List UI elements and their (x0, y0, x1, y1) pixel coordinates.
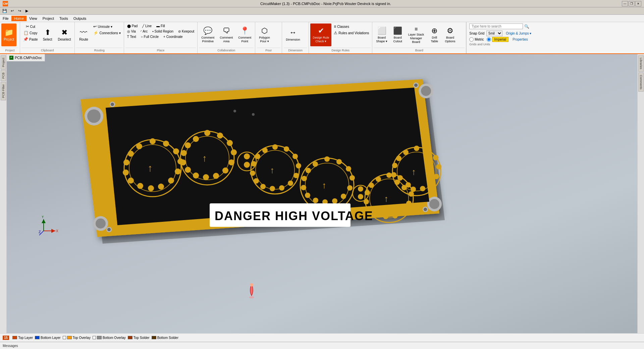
select-icon: ⬆ (45, 28, 51, 37)
layer-bottom-overlay[interactable]: Bottom Overlay (93, 336, 126, 340)
line-button[interactable]: ╱ Line (141, 23, 153, 29)
properties-link[interactable]: Properties (511, 37, 529, 42)
svg-point-78 (324, 156, 330, 162)
svg-point-74 (262, 148, 268, 153)
pcb-document-tab[interactable]: P PCB.CMPcbDoc (7, 54, 45, 61)
full-circle-button[interactable]: ○ Full Circle (139, 34, 160, 39)
ribbon-group-pour: ⬡ PolygonPour ▾ Pour (255, 22, 282, 53)
menu-home[interactable]: Home (11, 16, 26, 21)
canvas-area[interactable]: P PCB.CMPcbDoc Z X Y (7, 54, 637, 333)
restore-button[interactable]: ❐ (629, 1, 635, 6)
search-input[interactable] (469, 23, 523, 29)
minimize-button[interactable]: — (622, 1, 628, 6)
menu-bar: File Home View Project Tools Outputs (0, 15, 644, 22)
layer-top-solder[interactable]: Top Solder (128, 336, 150, 340)
via-button[interactable]: ◎ Via (125, 29, 138, 34)
design-rule-check-icon: ✔ (318, 27, 324, 35)
comment-point-button[interactable]: 📍 CommentPoint (236, 23, 254, 46)
copy-button[interactable]: 📋Copy (22, 30, 39, 36)
paste-button[interactable]: 📌Paste (21, 36, 40, 42)
metric-radio[interactable] (469, 37, 474, 42)
sidebar-item-pcb[interactable]: PCB (1, 70, 6, 81)
select-button[interactable]: ⬆ Select (40, 23, 55, 46)
select-label: Select (43, 38, 52, 42)
layer-bottom[interactable]: Bottom Layer (35, 336, 60, 340)
cut-button[interactable]: ✂Cut (24, 23, 37, 30)
connections-button[interactable]: ⚡Connections ▾ (92, 30, 122, 36)
layer-stack-manager-button[interactable]: ≡ Layer StackManagerBoard (406, 23, 427, 46)
arc-button[interactable]: ◜ Arc (139, 29, 149, 34)
coordinate-button[interactable]: + Coordinate (162, 34, 184, 39)
design-rule-check-button[interactable]: ✔ Design RuleCheck ▾ (310, 23, 331, 46)
svg-point-62 (284, 146, 289, 152)
save-button[interactable]: 💾 (1, 8, 8, 14)
fill-button[interactable]: ▬ Fill (155, 23, 167, 29)
layer-top-overlay[interactable]: Top Overlay (63, 336, 91, 340)
board-options-button[interactable]: ⚙ BoardOptions (442, 23, 458, 46)
imperial-option[interactable]: Imperial (487, 37, 509, 42)
place-group-label: Place (125, 48, 196, 53)
route-button[interactable]: 〰 Route (76, 23, 91, 46)
menu-tools[interactable]: Tools (57, 16, 71, 21)
svg-point-125 (391, 172, 396, 178)
sidebar-item-pcb-filter[interactable]: PCB Filter (1, 82, 6, 100)
menu-file[interactable]: File (0, 16, 11, 21)
svg-point-19 (107, 228, 111, 231)
app-logo: CM (3, 1, 8, 6)
comment-primitive-button[interactable]: 💬 CommentPrimitive (199, 23, 217, 46)
design-rules-group-label: Design Rules (310, 48, 371, 53)
svg-point-108 (364, 199, 369, 204)
svg-point-98 (386, 172, 392, 178)
solid-region-button[interactable]: ▪ Solid Region (151, 29, 175, 34)
pad-button[interactable]: ⬤ Pad (125, 23, 140, 29)
imperial-radio[interactable] (487, 37, 491, 42)
close-button[interactable]: ✕ (635, 1, 641, 6)
menu-project[interactable]: Project (40, 16, 57, 21)
menu-outputs[interactable]: Outputs (71, 16, 89, 21)
comment-area-label: CommentArea (220, 36, 233, 43)
ribbon-group-project: 📁 Project Project (0, 22, 20, 53)
run-button[interactable]: ▶ (23, 8, 30, 14)
redo-button[interactable]: ↪ (16, 8, 23, 14)
deselect-button[interactable]: ✖ Deselect (56, 23, 73, 46)
svg-point-28 (175, 168, 181, 174)
grids-units-label: Grids and Units (469, 43, 641, 46)
collaboration-group-label: Collaboration (199, 48, 254, 53)
svg-point-13 (429, 199, 439, 209)
origin-jumps-link[interactable]: Origin & Jumps ▾ (504, 31, 533, 36)
board-cutout-button[interactable]: ⬛ BoardCutout (390, 23, 405, 46)
unroute-button[interactable]: ↩Unroute ▾ (92, 23, 122, 30)
comment-primitive-label: CommentPrimitive (201, 36, 214, 43)
project-group-label: Project (1, 48, 18, 53)
sidebar-item-libraries[interactable]: Libraries (638, 55, 644, 72)
svg-text:X: X (56, 229, 58, 233)
dimension-label: Dimension (286, 38, 300, 42)
project-button[interactable]: 📁 Project (1, 23, 16, 46)
polygon-pour-button[interactable]: ⬡ PolygonPour ▾ (257, 23, 272, 46)
text-button[interactable]: T Text (125, 34, 138, 39)
layer-bottom-solder[interactable]: Bottom Solder (152, 336, 178, 340)
layer-bottom-color (35, 336, 40, 339)
sidebar-item-comments[interactable]: Comments (638, 72, 644, 92)
undo-button[interactable]: ↩ (9, 8, 15, 14)
dimension-button[interactable]: ↔ Dimension (283, 23, 303, 46)
board-shape-button[interactable]: ⬜ BoardShape ▾ (374, 23, 390, 46)
dimension-group-label: Dimension (283, 48, 307, 53)
snap-grid-dropdown[interactable]: 5mil 1mil 10mil (486, 31, 502, 36)
menu-view[interactable]: View (26, 16, 40, 21)
paste-icon: 📌 (23, 37, 28, 42)
svg-text:↑: ↑ (322, 180, 326, 190)
keepout-button[interactable]: ⊘ Keepout (176, 29, 196, 34)
metric-option[interactable]: Metric (469, 37, 484, 42)
drill-table-button[interactable]: ⊕ DrillTable (427, 23, 442, 46)
comment-area-button[interactable]: 🗨 CommentArea (217, 23, 235, 46)
layer-top-solder-label: Top Solder (133, 336, 150, 340)
svg-point-82 (347, 185, 353, 191)
classes-button[interactable]: ≡Classes (332, 23, 371, 30)
sidebar-item-project[interactable]: Project (1, 55, 6, 69)
layer-top[interactable]: Top Layer (12, 336, 33, 340)
messages-bar: Messages (0, 342, 644, 349)
rules-violations-button[interactable]: ⚠Rules and Violations (332, 30, 371, 36)
pour-group-label: Pour (257, 48, 280, 53)
svg-point-109 (365, 190, 370, 195)
